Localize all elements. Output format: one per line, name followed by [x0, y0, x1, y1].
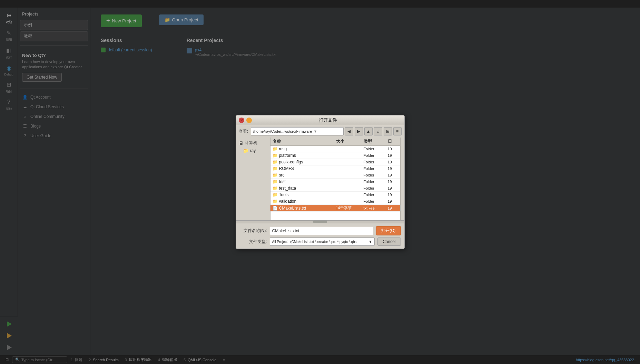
- computer-icon: 🖥: [239, 140, 244, 146]
- filetype-select[interactable]: All Projects (CMakeLists.txt *.creator *…: [270, 237, 375, 246]
- scrollbar-thumb: [313, 221, 327, 223]
- nav-forward-button[interactable]: ▶: [355, 127, 363, 135]
- nav-home-button[interactable]: ⌂: [374, 127, 382, 135]
- file-dialog-footer: 文件名称(N): 打开(O) 文件类型: All Projects (CMake…: [236, 223, 404, 249]
- filetype-dropdown-icon: ▼: [368, 240, 372, 244]
- file-dialog-toolbar: 查看: /home/ray/Code/...ws/src/Firmware ▼ …: [236, 125, 404, 138]
- path-text: /home/ray/Code/...ws/src/Firmware: [253, 129, 312, 133]
- dialog-title: 打开文件: [254, 117, 402, 123]
- file-row[interactable]: 📁 ROMFS Folder 19: [270, 165, 400, 172]
- col-date: 日: [388, 139, 398, 144]
- cancel-button[interactable]: Cancel: [377, 237, 401, 246]
- file-scrollbar[interactable]: [400, 138, 404, 220]
- nav-back-button[interactable]: ◀: [345, 127, 353, 135]
- file-row[interactable]: 📁 Tools Folder 19: [270, 192, 400, 198]
- file-list-header: 名称 大小 类型 日: [270, 138, 400, 146]
- home-folder-icon: 📁: [243, 148, 249, 153]
- filename-label: 文件名称(N):: [239, 228, 267, 234]
- file-dialog-body: 🖥 计算机 📁 ray 名称 大小 类型 日: [236, 138, 404, 220]
- open-button[interactable]: 打开(O): [376, 226, 401, 235]
- dialog-close-button[interactable]: ✕: [239, 118, 244, 123]
- file-row[interactable]: 📁 posix-configs Folder 19: [270, 159, 400, 165]
- folder-icon-posix: 📁: [273, 160, 278, 164]
- tree-item-computer[interactable]: 🖥 计算机: [237, 139, 269, 147]
- view-list-button[interactable]: ≡: [393, 127, 402, 135]
- filetype-value: All Projects (CMakeLists.txt *.creator *…: [272, 240, 357, 244]
- file-dialog-titlebar: ✕ 打开文件: [236, 115, 404, 125]
- location-label: 查看:: [239, 129, 248, 134]
- filetype-label: 文件类型:: [239, 239, 267, 245]
- tree-ray-label: ray: [250, 148, 256, 153]
- folder-icon-romfs: 📁: [273, 166, 278, 171]
- path-bar: /home/ray/Code/...ws/src/Firmware ▼: [251, 127, 344, 135]
- folder-icon-test: 📁: [273, 179, 278, 184]
- folder-icon-test-data: 📁: [273, 186, 278, 191]
- modal-overlay: ✕ 打开文件 查看: /home/ray/Code/...ws/src/Firm…: [0, 0, 640, 364]
- folder-icon-platforms: 📁: [273, 153, 278, 158]
- folder-icon-src: 📁: [273, 173, 278, 178]
- file-row[interactable]: 📁 test_data Folder 19: [270, 185, 400, 192]
- folder-icon-tools: 📁: [273, 192, 278, 197]
- filename-input[interactable]: [270, 227, 374, 235]
- horizontal-scrollbar[interactable]: [236, 220, 404, 223]
- nav-up-button[interactable]: ▲: [364, 127, 373, 135]
- filename-row: 文件名称(N): 打开(O): [239, 226, 401, 235]
- file-dialog: ✕ 打开文件 查看: /home/ray/Code/...ws/src/Firm…: [236, 115, 405, 249]
- folder-icon-msg: 📁: [273, 146, 278, 151]
- file-row[interactable]: 📁 platforms Folder 19: [270, 152, 400, 159]
- file-tree: 🖥 计算机 📁 ray: [236, 138, 270, 220]
- col-type: 类型: [364, 139, 388, 144]
- col-name: 名称: [273, 139, 336, 144]
- file-row[interactable]: 📁 test Folder 19: [270, 179, 400, 185]
- folder-icon-validation: 📁: [273, 199, 278, 204]
- col-size: 大小: [336, 139, 364, 144]
- filetype-row: 文件类型: All Projects (CMakeLists.txt *.cre…: [239, 237, 401, 246]
- file-row[interactable]: 📁 src Folder 19: [270, 172, 400, 179]
- view-grid-button[interactable]: ⊞: [384, 127, 392, 135]
- tree-computer-label: 计算机: [245, 140, 257, 146]
- tree-item-ray[interactable]: 📁 ray: [237, 147, 269, 154]
- dialog-minimize-button[interactable]: [246, 118, 252, 123]
- file-list: 名称 大小 类型 日 📁 msg Folder 19 📁 platforms: [270, 138, 400, 220]
- file-row-selected[interactable]: 📄 CMakeLists.txt 14千字节 txt File 19: [270, 205, 400, 212]
- txt-file-icon: 📄: [273, 206, 278, 211]
- file-row[interactable]: 📁 validation Folder 19: [270, 198, 400, 205]
- file-row[interactable]: 📁 msg Folder 19: [270, 146, 400, 152]
